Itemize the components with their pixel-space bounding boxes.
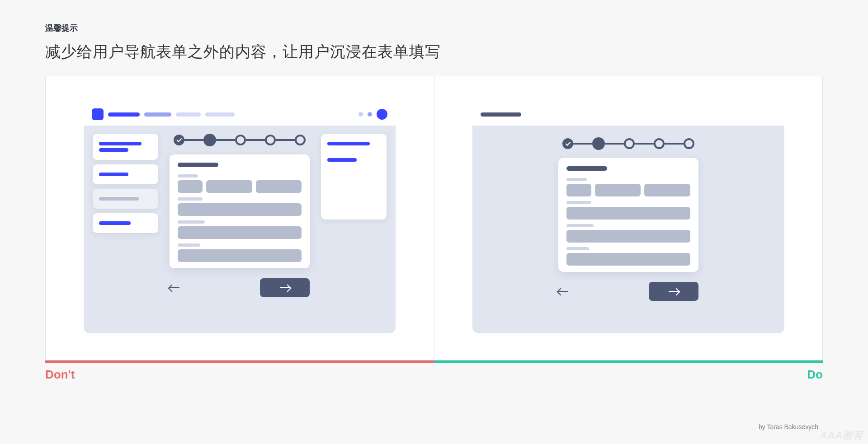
back-button[interactable] <box>558 291 568 292</box>
form-field <box>256 180 302 193</box>
dont-window-header <box>84 103 396 126</box>
sidebar-card <box>93 134 158 160</box>
step-done-icon <box>562 138 573 149</box>
step-indicator <box>562 137 694 150</box>
back-button[interactable] <box>170 287 179 289</box>
step-done-icon <box>174 135 184 145</box>
nav-link <box>205 112 235 117</box>
form-card <box>558 158 698 272</box>
next-button[interactable] <box>649 282 698 301</box>
form-title-placeholder <box>178 163 218 167</box>
do-window-body <box>472 126 784 333</box>
byline-text: by Taras Bakusevych <box>759 423 818 430</box>
arrow-left-icon <box>558 291 568 292</box>
arrow-right-icon <box>280 287 290 289</box>
step-indicator <box>174 134 306 146</box>
dont-bar <box>45 360 434 363</box>
form-field <box>178 203 302 216</box>
comparison-panels <box>45 76 823 360</box>
dont-wireframe-window <box>84 103 396 333</box>
form-actions <box>558 282 698 301</box>
form-field <box>566 253 690 266</box>
nav-link <box>144 112 171 117</box>
watermark-text: AAA教育 <box>820 429 863 442</box>
center-column <box>481 137 775 333</box>
dont-panel <box>46 76 434 360</box>
step-todo-icon <box>295 135 306 145</box>
do-window-header <box>472 103 784 126</box>
step-todo-icon <box>684 138 694 149</box>
form-field <box>206 180 252 193</box>
step-todo-icon <box>265 135 276 145</box>
step-todo-icon <box>624 138 635 149</box>
dont-window-body <box>84 126 396 333</box>
form-field <box>178 226 302 239</box>
simple-logo-placeholder <box>481 112 521 117</box>
next-button[interactable] <box>260 278 310 297</box>
status-dot-icon <box>368 112 372 117</box>
sidebar-card <box>321 134 387 220</box>
sidebar-card <box>93 189 158 209</box>
form-field <box>595 184 641 196</box>
eyebrow-label: 温馨提示 <box>45 23 823 33</box>
do-panel <box>434 76 823 360</box>
form-title-placeholder <box>566 166 607 171</box>
do-bar <box>434 360 823 363</box>
step-todo-icon <box>654 138 665 149</box>
form-field <box>644 184 690 196</box>
step-current-icon <box>203 134 216 146</box>
form-field <box>566 230 690 243</box>
center-column <box>165 134 315 333</box>
step-current-icon <box>592 137 605 150</box>
sidebar-card <box>93 164 158 184</box>
dont-label: Don't <box>45 368 75 382</box>
sidebar-card <box>93 213 158 233</box>
step-todo-icon <box>235 135 246 145</box>
left-sidebar <box>93 134 158 333</box>
logo-icon <box>92 108 104 120</box>
divider-bars <box>45 360 823 363</box>
status-dot-icon <box>359 112 363 117</box>
do-wireframe-window <box>472 103 784 333</box>
form-field <box>566 184 591 196</box>
arrow-left-icon <box>170 287 179 289</box>
nav-link <box>176 112 201 117</box>
form-field <box>566 207 690 220</box>
headline-text: 减少给用户导航表单之外的内容，让用户沉浸在表单填写 <box>45 42 823 62</box>
nav-link <box>108 112 140 117</box>
right-sidebar <box>321 134 387 333</box>
avatar-icon <box>377 109 387 120</box>
form-field <box>178 249 302 262</box>
form-field <box>178 180 203 193</box>
form-actions <box>170 278 310 297</box>
form-card <box>170 154 310 268</box>
do-label: Do <box>807 368 823 382</box>
arrow-right-icon <box>669 291 679 292</box>
